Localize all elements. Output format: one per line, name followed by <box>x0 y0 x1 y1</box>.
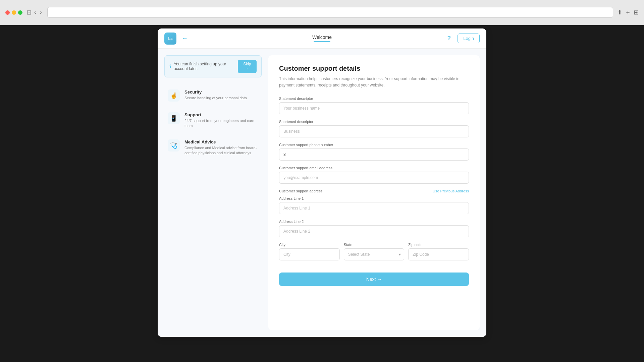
header-center: Welcome <box>312 35 332 42</box>
info-banner-text: ℹ You can finish setting up your account… <box>169 62 238 71</box>
sidebar-item-medical: 🩺 Medical Advice Compliance and Medical … <box>164 134 262 161</box>
medical-title: Medical Advice <box>184 139 258 144</box>
address-section-header: Customer support address Use Previous Ad… <box>279 189 469 193</box>
shortened-descriptor-label: Shortened descriptor <box>279 120 469 124</box>
info-banner: ℹ You can finish setting up your account… <box>164 55 262 77</box>
phone-number-label: Customer support phone number <box>279 143 469 147</box>
email-label: Customer support email address <box>279 166 469 170</box>
medical-icon: 🩺 <box>168 139 180 152</box>
support-icon: 📱 <box>168 112 180 124</box>
app-body: ℹ You can finish setting up your account… <box>158 49 486 337</box>
progress-bar <box>314 41 330 42</box>
browser-actions: ⬆ ＋ ⊞ <box>617 8 639 16</box>
city-label: City <box>279 243 340 247</box>
statement-descriptor-input[interactable] <box>279 102 469 114</box>
email-group: Customer support email address <box>279 166 469 184</box>
medical-content: Medical Advice Compliance and Medical ad… <box>184 139 258 156</box>
help-button[interactable]: ? <box>447 35 451 42</box>
zip-input[interactable] <box>408 248 469 260</box>
app-window: ba ← Welcome ? Login ℹ You can finish se… <box>158 28 486 337</box>
minimize-dot[interactable] <box>12 10 16 15</box>
medical-desc: Compliance and Medical advise from board… <box>184 145 258 156</box>
sidebar-item-security: ☝ Security Secure handling of your perso… <box>164 84 262 107</box>
email-input[interactable] <box>279 172 469 184</box>
close-dot[interactable] <box>5 10 10 15</box>
sidebar-toggle-button[interactable]: ⊡ <box>26 9 32 16</box>
state-select-wrapper: Select State AlabamaAlaskaArizona Arkans… <box>344 248 405 260</box>
sidebar: ℹ You can finish setting up your account… <box>164 55 262 330</box>
forward-button[interactable]: › <box>39 8 43 17</box>
statement-descriptor-group: Statement descriptor <box>279 97 469 114</box>
address-line1-group: Address Line 1 <box>279 196 469 214</box>
form-subtitle: This information helps customers recogni… <box>279 76 469 88</box>
phone-number-group: Customer support phone number <box>279 143 469 161</box>
state-group: State Select State AlabamaAlaskaArizona … <box>344 243 405 260</box>
address-section-label: Customer support address <box>279 189 323 193</box>
header-back-button[interactable]: ← <box>182 35 188 42</box>
sidebar-item-support: 📱 Support 24/7 support from your enginee… <box>164 107 262 134</box>
maximize-dot[interactable] <box>18 10 22 15</box>
extensions-icon[interactable]: ⊞ <box>634 9 639 16</box>
next-button[interactable]: Next → <box>279 273 469 286</box>
form-panel: Customer support details This informatio… <box>268 55 480 330</box>
header-right: ? Login <box>447 34 480 43</box>
login-button[interactable]: Login <box>458 34 480 43</box>
shortened-descriptor-group: Shortened descriptor <box>279 120 469 137</box>
support-desc: 24/7 support from your engineers and car… <box>184 118 258 129</box>
address-bar[interactable] <box>47 7 613 18</box>
city-input[interactable] <box>279 248 340 260</box>
address-line1-input[interactable] <box>279 202 469 214</box>
app-logo: ba <box>164 33 176 45</box>
back-button[interactable]: ‹ <box>33 8 37 17</box>
shortened-descriptor-input[interactable] <box>279 125 469 137</box>
sidebar-items: ☝ Security Secure handling of your perso… <box>164 84 262 161</box>
statement-descriptor-label: Statement descriptor <box>279 97 469 101</box>
address-line1-label: Address Line 1 <box>279 196 469 200</box>
browser-dots <box>5 10 22 15</box>
security-content: Security Secure handling of your persona… <box>184 89 247 101</box>
address-line2-input[interactable] <box>279 225 469 237</box>
use-previous-address-button[interactable]: Use Previous Address <box>433 189 469 193</box>
share-icon[interactable]: ⬆ <box>617 9 622 16</box>
city-group: City <box>279 243 340 260</box>
city-state-zip-row: City State Select State AlabamaAlaskaAri… <box>279 243 469 266</box>
security-title: Security <box>184 89 247 95</box>
state-label: State <box>344 243 405 247</box>
support-title: Support <box>184 112 258 117</box>
form-title: Customer support details <box>279 65 469 72</box>
browser-chrome: ⊡ ‹ › ⬆ ＋ ⊞ <box>0 0 644 25</box>
page-title: Welcome <box>312 35 332 40</box>
security-desc: Secure handling of your personal data <box>184 96 247 101</box>
address-line2-label: Address Line 2 <box>279 220 469 224</box>
skip-button[interactable]: Skip → <box>238 60 257 73</box>
app-header: ba ← Welcome ? Login <box>158 28 486 49</box>
info-icon: ℹ <box>169 64 171 69</box>
browser-controls: ⊡ ‹ › <box>26 8 43 17</box>
info-banner-message: You can finish setting up your account l… <box>174 62 238 71</box>
zip-group: Zip code <box>408 243 469 260</box>
address-line2-group: Address Line 2 <box>279 220 469 237</box>
phone-number-input[interactable] <box>279 148 469 161</box>
state-select[interactable]: Select State AlabamaAlaskaArizona Arkans… <box>344 248 405 260</box>
support-content: Support 24/7 support from your engineers… <box>184 112 258 129</box>
security-icon: ☝ <box>168 89 180 102</box>
zip-label: Zip code <box>408 243 469 247</box>
new-tab-icon[interactable]: ＋ <box>625 8 631 16</box>
